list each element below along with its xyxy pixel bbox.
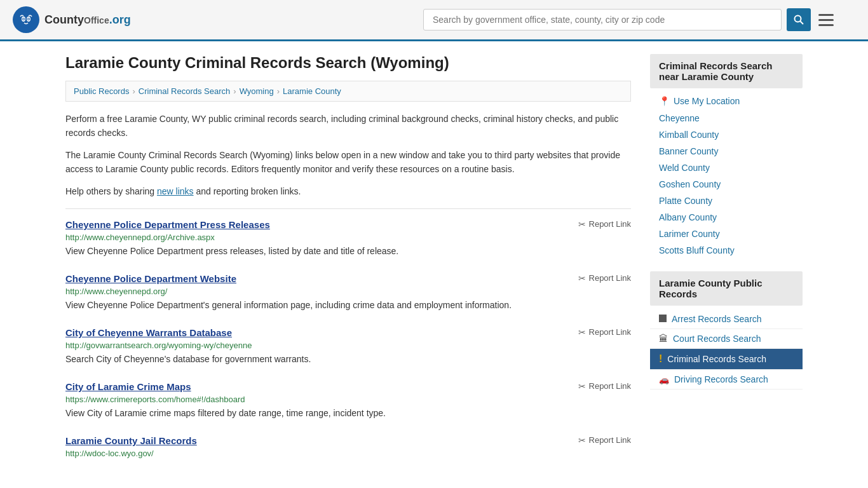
sidebar-record-court: 🏛 Court Records Search: [650, 329, 803, 349]
report-icon: ✂: [578, 273, 586, 283]
listing-item-header: Laramie County Jail Records ✂ Report Lin…: [65, 435, 631, 446]
listing-item-header: City of Cheyenne Warrants Database ✂ Rep…: [65, 327, 631, 338]
listing-url[interactable]: http://www.cheyennepd.org/: [65, 287, 631, 296]
search-area: [423, 8, 836, 31]
sidebar-link-banner[interactable]: Banner County: [659, 146, 718, 156]
sidebar-nearby-list: 📍 Use My Location Cheyenne Kimball Count…: [650, 92, 803, 259]
driving-records-link[interactable]: Driving Records Search: [674, 374, 768, 384]
svg-point-6: [28, 18, 29, 20]
logo-area: CountyOffice.org: [13, 6, 131, 33]
location-pin-icon: 📍: [659, 96, 670, 106]
svg-point-7: [795, 16, 801, 22]
sidebar-link-platte[interactable]: Platte County: [659, 196, 712, 206]
logo-icon: [13, 6, 39, 33]
description-2: The Laramie County Criminal Records Sear…: [65, 148, 631, 177]
breadcrumb: Public Records › Criminal Records Search…: [65, 81, 631, 102]
list-item: Goshen County: [650, 176, 803, 193]
report-link[interactable]: ✂ Report Link: [578, 273, 631, 283]
listing-item: City of Cheyenne Warrants Database ✂ Rep…: [65, 327, 631, 366]
sidebar-public-records-heading: Laramie County Public Records: [650, 271, 803, 306]
list-item: Larimer County: [650, 226, 803, 242]
criminal-records-link[interactable]: Criminal Records Search: [667, 354, 766, 364]
svg-line-8: [801, 22, 804, 25]
breadcrumb-laramie-county[interactable]: Laramie County: [283, 86, 341, 96]
breadcrumb-sep: ›: [233, 86, 236, 96]
sidebar-use-location[interactable]: 📍 Use My Location: [650, 92, 803, 110]
listing-title[interactable]: City of Cheyenne Warrants Database: [65, 327, 232, 338]
list-item: Weld County: [650, 159, 803, 176]
sidebar-link-goshen[interactable]: Goshen County: [659, 179, 721, 189]
listing-desc: Search City of Cheyenne's database for g…: [65, 353, 631, 366]
listing-url[interactable]: http://govwarrantsearch.org/wyoming-wy/c…: [65, 341, 631, 350]
listing-title[interactable]: Cheyenne Police Department Press Release…: [65, 219, 270, 230]
listing-item: Cheyenne Police Department Website ✂ Rep…: [65, 273, 631, 312]
menu-line: [818, 14, 834, 16]
sidebar-record-driving: 🚗 Driving Records Search: [650, 370, 803, 390]
menu-line: [818, 19, 834, 21]
sidebar-link-cheyenne[interactable]: Cheyenne: [659, 113, 700, 123]
listing-item: Laramie County Jail Records ✂ Report Lin…: [65, 435, 631, 458]
report-link[interactable]: ✂ Report Link: [578, 435, 631, 445]
svg-point-5: [23, 18, 24, 20]
breadcrumb-sep: ›: [277, 86, 280, 96]
listing-url[interactable]: https://www.crimereports.com/home#!/dash…: [65, 395, 631, 404]
new-links-link[interactable]: new links: [157, 186, 194, 196]
listing-title[interactable]: Cheyenne Police Department Website: [65, 273, 236, 284]
report-icon: ✂: [578, 219, 586, 229]
search-button[interactable]: [787, 8, 811, 31]
listing-title[interactable]: Laramie County Jail Records: [65, 435, 197, 446]
menu-line: [818, 24, 834, 26]
listing-desc: View City of Laramie crime maps filtered…: [65, 407, 631, 420]
listing-url[interactable]: http://www.cheyennepd.org/Archive.aspx: [65, 233, 631, 242]
search-icon: [793, 14, 804, 25]
list-item: Kimball County: [650, 126, 803, 143]
report-link[interactable]: ✂ Report Link: [578, 219, 631, 229]
description-3-post: and reporting broken links.: [194, 186, 301, 196]
listing-desc: View Cheyenne Police Department press re…: [65, 245, 631, 258]
sidebar-link-albany[interactable]: Albany County: [659, 212, 717, 222]
arrest-icon: [659, 315, 667, 324]
court-records-link[interactable]: Court Records Search: [673, 334, 761, 344]
list-item: Albany County: [650, 209, 803, 226]
sidebar-record-criminal[interactable]: ! Criminal Records Search: [650, 349, 803, 370]
breadcrumb-wyoming[interactable]: Wyoming: [240, 86, 274, 96]
arrest-records-link[interactable]: Arrest Records Search: [672, 314, 762, 324]
logo-text: CountyOffice.org: [44, 13, 131, 27]
menu-button[interactable]: [816, 11, 836, 29]
header: CountyOffice.org: [0, 0, 868, 41]
report-link[interactable]: ✂ Report Link: [578, 327, 631, 337]
use-location-link[interactable]: Use My Location: [674, 96, 740, 106]
content-area: Laramie County Criminal Records Search (…: [65, 54, 631, 473]
driving-icon: 🚗: [659, 375, 669, 384]
report-link-label: Report Link: [589, 219, 631, 229]
report-link-label: Report Link: [589, 327, 631, 337]
list-item: Platte County: [650, 193, 803, 209]
description-3: Help others by sharing new links and rep…: [65, 184, 631, 198]
criminal-icon: !: [659, 353, 662, 365]
list-item: Banner County: [650, 143, 803, 159]
main-container: Laramie County Criminal Records Search (…: [53, 41, 815, 486]
report-link[interactable]: ✂ Report Link: [578, 381, 631, 391]
sidebar-link-scotts-bluff[interactable]: Scotts Bluff County: [659, 245, 735, 255]
sidebar-link-larimer[interactable]: Larimer County: [659, 229, 720, 239]
list-item: Cheyenne: [650, 110, 803, 126]
report-link-label: Report Link: [589, 381, 631, 391]
report-icon: ✂: [578, 381, 586, 391]
listing-url[interactable]: http://wdoc-loc.wyo.gov/: [65, 449, 631, 458]
sidebar: Criminal Records Search near Laramie Cou…: [650, 54, 803, 473]
sidebar-records-list: Arrest Records Search 🏛 Court Records Se…: [650, 309, 803, 390]
breadcrumb-criminal-records[interactable]: Criminal Records Search: [139, 86, 231, 96]
report-link-label: Report Link: [589, 435, 631, 445]
listing-title[interactable]: City of Laramie Crime Maps: [65, 381, 191, 392]
sidebar-link-weld[interactable]: Weld County: [659, 163, 710, 173]
listing-item: City of Laramie Crime Maps ✂ Report Link…: [65, 381, 631, 420]
sidebar-nearby-heading: Criminal Records Search near Laramie Cou…: [650, 54, 803, 88]
sidebar-link-kimball[interactable]: Kimball County: [659, 130, 719, 140]
svg-point-0: [18, 11, 34, 28]
report-icon: ✂: [578, 327, 586, 337]
report-link-label: Report Link: [589, 273, 631, 283]
listing-item: Cheyenne Police Department Press Release…: [65, 219, 631, 258]
listing-desc: View Cheyenne Police Department's genera…: [65, 299, 631, 312]
search-input[interactable]: [423, 9, 782, 30]
breadcrumb-public-records[interactable]: Public Records: [74, 86, 129, 96]
